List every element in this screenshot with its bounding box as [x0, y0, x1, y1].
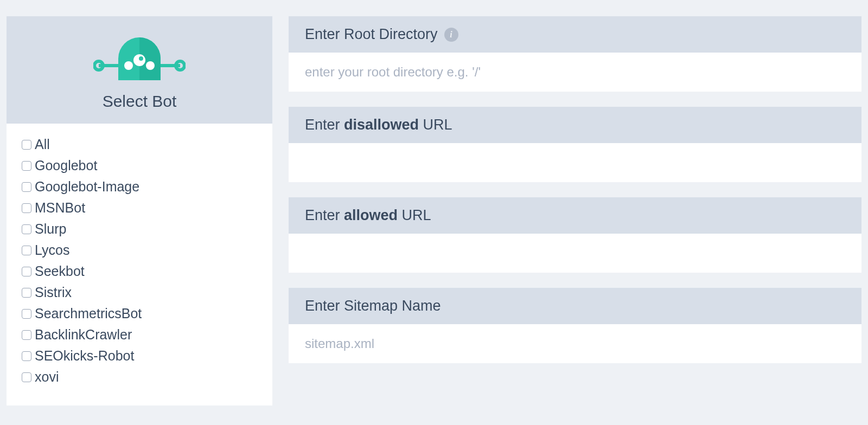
bot-item-backlinkcrawler[interactable]: BacklinkCrawler — [22, 327, 257, 343]
svg-point-6 — [133, 54, 145, 66]
root-directory-title: Enter Root Directory — [305, 26, 438, 43]
root-directory-header: Enter Root Directory i — [289, 16, 861, 53]
bot-checkbox-lycos[interactable] — [22, 246, 31, 255]
disallowed-prefix: Enter — [305, 117, 344, 133]
bot-checkbox-backlinkcrawler[interactable] — [22, 330, 31, 340]
bot-label: MSNBot — [35, 200, 85, 216]
bot-checkbox-slurp[interactable] — [22, 224, 31, 234]
svg-point-5 — [146, 61, 155, 70]
bot-label: Slurp — [35, 221, 66, 237]
bot-label: Seekbot — [35, 263, 85, 279]
bot-label: BacklinkCrawler — [35, 327, 132, 343]
main-panel: Enter Root Directory i Enter disallowed … — [289, 16, 861, 405]
allowed-url-section: Enter allowed URL — [289, 197, 861, 273]
svg-point-7 — [139, 56, 143, 61]
bot-checkbox-msnbot[interactable] — [22, 203, 31, 213]
bot-item-seokicks-robot[interactable]: SEOkicks-Robot — [22, 348, 257, 364]
bot-checkbox-googlebot-image[interactable] — [22, 182, 31, 192]
bot-item-msnbot[interactable]: MSNBot — [22, 200, 257, 216]
bot-item-lycos[interactable]: Lycos — [22, 242, 257, 258]
info-icon[interactable]: i — [444, 28, 458, 42]
robot-icon — [93, 31, 186, 86]
bot-checkbox-sistrix[interactable] — [22, 288, 31, 298]
bot-item-searchmetricsbot[interactable]: SearchmetricsBot — [22, 306, 257, 321]
allowed-url-header: Enter allowed URL — [289, 197, 861, 234]
bot-label: Googlebot-Image — [35, 179, 139, 195]
bot-label: Googlebot — [35, 158, 97, 173]
bot-label: xovi — [35, 369, 59, 385]
bot-checkbox-seokicks-robot[interactable] — [22, 351, 31, 361]
bot-list: All Googlebot Googlebot-Image MSNBot Slu… — [7, 124, 272, 405]
svg-point-4 — [124, 61, 133, 70]
sitemap-section: Enter Sitemap Name — [289, 288, 861, 363]
bot-item-googlebot[interactable]: Googlebot — [22, 158, 257, 173]
bot-item-seekbot[interactable]: Seekbot — [22, 263, 257, 279]
root-directory-input[interactable] — [289, 53, 861, 92]
sitemap-input[interactable] — [289, 324, 861, 363]
bot-item-xovi[interactable]: xovi — [22, 369, 257, 385]
bot-item-all[interactable]: All — [22, 137, 257, 152]
allowed-suffix: URL — [398, 207, 431, 223]
select-bot-header: Select Bot — [7, 16, 272, 124]
bot-label: Sistrix — [35, 285, 72, 300]
bot-checkbox-xovi[interactable] — [22, 372, 31, 382]
disallowed-suffix: URL — [419, 117, 452, 133]
bot-checkbox-all[interactable] — [22, 140, 31, 150]
allowed-bold: allowed — [344, 207, 398, 223]
select-bot-panel: Select Bot All Googlebot Googlebot-Image… — [7, 16, 272, 405]
bot-checkbox-searchmetricsbot[interactable] — [22, 309, 31, 319]
disallowed-bold: disallowed — [344, 117, 419, 133]
bot-item-sistrix[interactable]: Sistrix — [22, 285, 257, 300]
bot-label: SearchmetricsBot — [35, 306, 142, 321]
disallowed-url-body[interactable] — [289, 143, 861, 182]
bot-checkbox-googlebot[interactable] — [22, 161, 31, 171]
bot-label: SEOkicks-Robot — [35, 348, 134, 364]
sitemap-header: Enter Sitemap Name — [289, 288, 861, 324]
allowed-prefix: Enter — [305, 207, 344, 223]
bot-label: Lycos — [35, 242, 69, 258]
sitemap-title: Enter Sitemap Name — [305, 298, 441, 314]
disallowed-url-section: Enter disallowed URL — [289, 107, 861, 182]
bot-checkbox-seekbot[interactable] — [22, 267, 31, 276]
disallowed-url-header: Enter disallowed URL — [289, 107, 861, 143]
root-directory-section: Enter Root Directory i — [289, 16, 861, 92]
bot-label: All — [35, 137, 50, 152]
bot-item-googlebot-image[interactable]: Googlebot-Image — [22, 179, 257, 195]
bot-item-slurp[interactable]: Slurp — [22, 221, 257, 237]
select-bot-title: Select Bot — [103, 92, 177, 111]
allowed-url-body[interactable] — [289, 234, 861, 273]
